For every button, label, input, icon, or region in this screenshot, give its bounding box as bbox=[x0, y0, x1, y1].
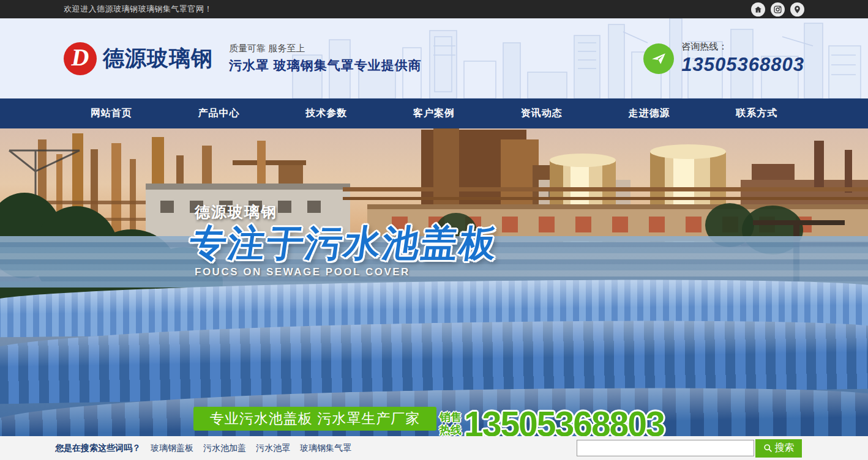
page: 欢迎进入德源玻璃钢玻璃钢集气罩官网！ bbox=[0, 0, 868, 460]
slogan-small: 质量可靠 服务至上 bbox=[229, 43, 643, 54]
brand[interactable]: D 德源玻璃钢 bbox=[64, 42, 213, 75]
keywords-prompt: 您是在搜索这些词吗？ bbox=[55, 443, 141, 454]
main-nav: 网站首页 产品中心 技术参数 客户案例 资讯动态 走进德源 联系方式 bbox=[0, 98, 868, 128]
nav-item-about[interactable]: 走进德源 bbox=[596, 98, 703, 128]
hotline-number: 13505368803 bbox=[681, 54, 804, 76]
paper-plane-icon bbox=[643, 43, 674, 74]
keyword-link-3[interactable]: 污水池罩 bbox=[256, 443, 290, 454]
search-bar-section: 您是在搜索这些词吗？ 玻璃钢盖板 污水池加盖 污水池罩 玻璃钢集气罩 搜索 bbox=[0, 436, 868, 460]
hero-banner: 德源玻璃钢 专注于污水池盖板 FOUCS ON SEWAGE POOL COVE… bbox=[0, 128, 868, 436]
logo-text: 德源玻璃钢 bbox=[103, 44, 213, 73]
search-input[interactable] bbox=[577, 440, 754, 456]
sales-label-line2: 热线 bbox=[440, 424, 462, 436]
hotline: 咨询热线： 13505368803 bbox=[643, 41, 804, 76]
welcome-text: 欢迎进入德源玻璃钢玻璃钢集气罩官网！ bbox=[64, 4, 212, 15]
hero-overlay: 德源玻璃钢 专注于污水池盖板 FOUCS ON SEWAGE POOL COVE… bbox=[0, 128, 868, 436]
hotline-label: 咨询热线： bbox=[681, 41, 804, 53]
sales-label-line1: 销售 bbox=[440, 411, 462, 424]
hot-keywords: 您是在搜索这些词吗？ 玻璃钢盖板 污水池加盖 污水池罩 玻璃钢集气罩 bbox=[55, 443, 351, 454]
nav-item-news[interactable]: 资讯动态 bbox=[488, 98, 596, 128]
topbar: 欢迎进入德源玻璃钢玻璃钢集气罩官网！ bbox=[0, 0, 868, 18]
sales-hotline-number: 13505368803 bbox=[464, 404, 664, 436]
nav-item-products[interactable]: 产品中心 bbox=[165, 98, 273, 128]
search-button-label: 搜索 bbox=[775, 442, 795, 454]
nav-item-cases[interactable]: 客户案例 bbox=[380, 98, 488, 128]
hero-cta-button[interactable]: 专业污水池盖板 污水罩生产厂家 bbox=[193, 407, 436, 431]
home-icon[interactable] bbox=[751, 2, 765, 17]
keyword-link-2[interactable]: 污水池加盖 bbox=[203, 443, 246, 454]
keyword-link-1[interactable]: 玻璃钢盖板 bbox=[151, 443, 193, 454]
hero-sales-hotline: 销售 热线 13505368803 bbox=[440, 404, 664, 436]
hero-subheadline: FOUCS ON SEWAGE POOL COVER bbox=[195, 266, 410, 278]
search-group: 搜索 bbox=[577, 439, 802, 458]
location-icon[interactable] bbox=[790, 2, 804, 17]
sales-hotline-label: 销售 热线 bbox=[440, 411, 462, 436]
nav-item-contact[interactable]: 联系方式 bbox=[703, 98, 810, 128]
nav-item-specs[interactable]: 技术参数 bbox=[272, 98, 380, 128]
hero-headline: 专注于污水池盖板 bbox=[186, 219, 501, 269]
slogan-big: 污水罩 玻璃钢集气罩专业提供商 bbox=[229, 57, 643, 74]
slogans: 质量可靠 服务至上 污水罩 玻璃钢集气罩专业提供商 bbox=[229, 43, 643, 74]
instagram-icon[interactable] bbox=[771, 2, 785, 17]
social-icons bbox=[751, 2, 804, 17]
header: D 德源玻璃钢 质量可靠 服务至上 污水罩 玻璃钢集气罩专业提供商 咨询热线： … bbox=[0, 18, 868, 98]
search-button[interactable]: 搜索 bbox=[755, 439, 802, 458]
logo-icon: D bbox=[64, 42, 97, 75]
keyword-link-4[interactable]: 玻璃钢集气罩 bbox=[300, 443, 351, 454]
nav-item-home[interactable]: 网站首页 bbox=[58, 98, 165, 128]
search-icon bbox=[763, 443, 773, 453]
